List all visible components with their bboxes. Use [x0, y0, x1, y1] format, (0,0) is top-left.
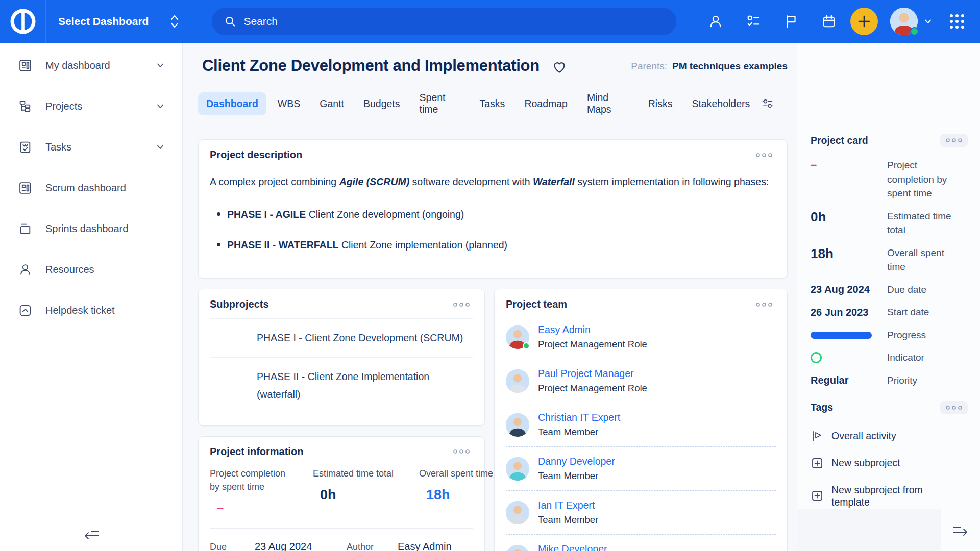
stat-value-spent: 18h — [419, 487, 500, 503]
card-menu-icon[interactable] — [450, 299, 473, 310]
member-name-link[interactable]: Christian IT Expert — [538, 412, 620, 423]
panel-row-priority: Regular Priority — [811, 373, 968, 388]
favorite-heart-icon[interactable] — [552, 59, 567, 74]
tags-title: Tags — [811, 402, 833, 413]
panel-title: Project card — [811, 135, 868, 146]
online-status-dot — [910, 27, 919, 36]
tab-stakeholders[interactable]: Stakeholders — [683, 92, 758, 115]
sidebar-item-resources[interactable]: Resources — [0, 249, 182, 290]
stat-label: Project completion by spent time — [210, 467, 298, 493]
flag-icon[interactable] — [784, 14, 798, 29]
card-title: Project description — [210, 149, 302, 161]
action-label: New subproject — [831, 457, 900, 469]
tab-wbs[interactable]: WBS — [270, 92, 308, 115]
panel-row-due-date: 23 Aug 2024 Due date — [811, 283, 968, 297]
panel-menu-icon[interactable] — [940, 134, 968, 147]
member-name-link[interactable]: Mike Developer — [538, 543, 607, 551]
progress-bar — [811, 332, 872, 339]
sidebar-item-my-dashboard[interactable]: My dashboard — [0, 45, 182, 86]
chevron-down-icon[interactable] — [923, 16, 933, 27]
field-label: Due date — [210, 541, 247, 551]
sidebar-item-tasks[interactable]: Tasks — [0, 127, 182, 167]
subproject-link[interactable]: PHASE II - Client Zone Implementation (w… — [210, 357, 473, 414]
action-new-subproject-from-template[interactable]: New subproject from template — [811, 484, 968, 509]
action-label: New subproject from template — [831, 484, 949, 509]
team-member-row: Christian IT Expert Team Member — [506, 403, 776, 447]
tab-tasks[interactable]: Tasks — [472, 92, 513, 115]
member-avatar[interactable] — [506, 369, 529, 393]
dashboard-selector[interactable]: Select Dashboard — [58, 14, 180, 29]
tab-spent-time[interactable]: Spent time — [411, 86, 469, 121]
sprints-box-icon — [18, 222, 32, 236]
plus-square-icon — [811, 489, 824, 503]
tab-mind-maps[interactable]: Mind Maps — [579, 86, 637, 121]
subproject-link[interactable]: PHASE I - Client Zone Development (SCRUM… — [210, 318, 473, 357]
member-avatar[interactable] — [506, 413, 529, 437]
row-label: Due date — [887, 283, 954, 297]
action-new-subproject[interactable]: New subproject — [811, 457, 968, 470]
member-name-link[interactable]: Paul Project Manager — [538, 368, 647, 380]
card-menu-icon[interactable] — [752, 149, 776, 161]
member-avatar[interactable] — [506, 545, 529, 551]
plus-icon — [857, 14, 871, 29]
card-menu-icon[interactable] — [752, 299, 776, 310]
topbar-icons — [708, 14, 836, 29]
project-information-card: Project information Project completion b… — [198, 436, 485, 551]
member-role: Team Member — [538, 514, 598, 525]
card-menu-icon[interactable] — [450, 446, 473, 457]
chevron-down-icon[interactable] — [156, 142, 165, 152]
tab-gantt[interactable]: Gantt — [311, 92, 352, 115]
select-chevrons-icon — [169, 14, 180, 29]
member-avatar[interactable] — [506, 457, 529, 481]
sidebar-item-label: Helpdesk ticket — [45, 305, 115, 316]
project-description-card: Project description A complex project co… — [198, 139, 788, 279]
search-input[interactable]: Search — [212, 8, 676, 35]
calendar-icon[interactable] — [822, 14, 836, 29]
current-user-avatar[interactable] — [890, 8, 918, 35]
sidebar-item-label: Projects — [45, 101, 82, 112]
sidebar-item-label: My dashboard — [45, 60, 110, 71]
parents-link[interactable]: PM techniques examples — [672, 61, 788, 72]
page-settings-sliders-icon[interactable] — [761, 96, 774, 111]
member-name-link[interactable]: Easy Admin — [538, 324, 647, 336]
create-new-button[interactable] — [850, 8, 878, 35]
member-name-link[interactable]: Danny Developer — [538, 456, 615, 467]
chevron-down-icon[interactable] — [156, 61, 165, 70]
user-icon[interactable] — [708, 14, 723, 29]
tags-section: Tags — [811, 401, 968, 414]
panel-row-start-date: 26 Jun 2023 Start date — [811, 305, 968, 319]
spent-value: 18h — [811, 246, 887, 262]
panel-row-estimated: 0h Estimated time total — [811, 209, 968, 237]
apps-grid-icon[interactable] — [947, 12, 967, 31]
card-title: Project team — [506, 298, 567, 310]
expand-panel-arrow-icon — [951, 523, 970, 537]
tab-dashboard[interactable]: Dashboard — [198, 92, 266, 115]
stat-label: Estimated time total — [313, 467, 404, 480]
member-name-link[interactable]: Ian IT Expert — [538, 499, 598, 511]
collapse-sidebar-icon[interactable] — [82, 527, 101, 541]
tab-roadmap[interactable]: Roadmap — [516, 92, 576, 115]
row-label: Estimated time total — [887, 209, 954, 237]
chevron-down-icon[interactable] — [156, 102, 165, 111]
easy-project-logo-icon — [9, 7, 37, 36]
stat-label: Overall spent time — [419, 467, 500, 480]
action-overall-activity[interactable]: Overall activity — [811, 430, 968, 443]
team-list: Easy Admin Project Management Role Paul … — [506, 315, 776, 551]
member-avatar[interactable] — [506, 501, 529, 524]
person-icon — [18, 263, 32, 277]
sidebar-item-helpdesk-ticket[interactable]: Helpdesk ticket — [0, 290, 182, 331]
tasks-checklist-icon[interactable] — [746, 14, 761, 29]
sidebar-item-projects[interactable]: Projects — [0, 86, 182, 127]
page-header: Client Zone Development and Implementati… — [198, 57, 788, 75]
app-logo[interactable] — [0, 0, 46, 43]
panel-row-spent: 18h Overall spent time — [811, 246, 968, 274]
sidebar-item-scrum-dashboard[interactable]: Scrum dashboard — [0, 167, 182, 208]
info-stats: Project completion by spent time – Estim… — [210, 467, 473, 515]
sidebar-item-sprints-dashboard[interactable]: Sprints dashboard — [0, 208, 182, 249]
tab-budgets[interactable]: Budgets — [355, 92, 408, 115]
expand-panel-button[interactable] — [941, 509, 980, 551]
tab-risks[interactable]: Risks — [640, 92, 681, 115]
start-date-value: 26 Jun 2023 — [811, 307, 887, 318]
team-member-row: Mike Developer Team Member — [506, 535, 776, 551]
tags-menu-icon[interactable] — [940, 401, 968, 414]
